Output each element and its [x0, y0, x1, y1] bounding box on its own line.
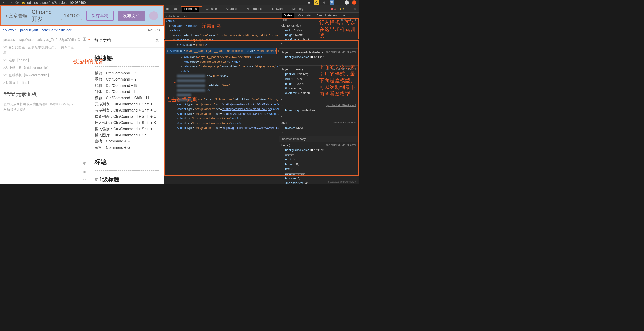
tab-performance[interactable]: Performance — [244, 6, 265, 12]
scroll-sync-icon[interactable]: ⊕ — [83, 160, 86, 166]
styles-more-icon[interactable]: ≫ — [342, 14, 345, 17]
user-avatar[interactable] — [149, 11, 158, 20]
style-rule[interactable]: * {app.chunk.d…3447b.css:1 box-sizing: b… — [279, 102, 358, 119]
headings-heading: 标题 — [94, 158, 159, 166]
browser-toolbar: ← → ⟳ 🔒 editor.csdn.net/md?articleId=104… — [0, 0, 358, 5]
watermark: https://wudibo.blog.csdn.net — [328, 180, 357, 183]
tab-elements[interactable]: Elements — [182, 6, 198, 12]
reload-icon[interactable]: ⟳ — [16, 0, 18, 5]
publish-button[interactable]: 发布文章 — [118, 10, 145, 21]
h1-demo: # 1级标题 — [94, 176, 159, 183]
style-rule[interactable]: .layout__panel {app.chunk.d…3447b.css:1 … — [279, 66, 358, 102]
add-rule-icon[interactable]: + — [354, 18, 356, 22]
preview-icon[interactable]: ▭ — [82, 46, 86, 51]
dom-tree[interactable]: <!doctype html> <html> ▸<head>…</head> ▾… — [164, 13, 279, 184]
save-draft-button[interactable]: 保存草稿 — [86, 10, 114, 21]
tab-computed[interactable]: Computed — [298, 14, 312, 17]
ext-translate-icon[interactable]: 译 — [330, 0, 334, 5]
editor-icon-column: ◫ ▭ ⊕ ≡ ⛶ — [80, 34, 89, 184]
word-count: 14/100 — [61, 12, 82, 20]
shortcut-list: 撤销：Ctrl/Command + Z 重做：Ctrl/Command + Y … — [94, 70, 159, 151]
warning-count[interactable]: ▲ 6 — [339, 7, 344, 10]
inherited-label: Inherited from body — [279, 136, 358, 142]
article-title-input[interactable]: Chrome 开发 — [32, 9, 57, 23]
help-panel: 帮助文档 ✕ 快捷键 撤销：Ctrl/Command + Z 重做：Ctrl/C… — [89, 34, 164, 184]
divider — [94, 66, 159, 67]
tab-network[interactable]: Network — [270, 6, 286, 12]
ext-more-icon[interactable]: ⋮ — [337, 0, 341, 5]
close-icon[interactable]: ✕ — [155, 38, 159, 44]
tooltip-dimensions: 626 × 56 — [148, 28, 161, 32]
devtools-panel: ▣ ▭ Elements Console Sources Performance… — [164, 5, 358, 184]
help-title: 帮助文档 — [94, 38, 111, 44]
editor-header: ‹ 文章管理 Chrome 开发 14/100 保存草稿 发布文章 — [0, 5, 164, 26]
tab-styles[interactable]: Styles — [282, 13, 294, 18]
split-view-icon[interactable]: ◫ — [82, 36, 86, 41]
hov-toggle[interactable]: :hov — [340, 18, 346, 22]
style-rule[interactable]: body {app.chunk.d…3447b.css:1 background… — [279, 142, 358, 184]
tab-event-listeners[interactable]: Event Listeners — [316, 14, 338, 17]
tab-sources[interactable]: Sources — [224, 6, 239, 12]
chevron-left-icon: ‹ — [6, 13, 7, 18]
profile-avatar-icon[interactable] — [344, 0, 349, 5]
cls-toggle[interactable]: .cls — [348, 18, 352, 22]
ext-icon-1[interactable]: G — [314, 0, 319, 5]
tabs-more-icon[interactable]: ⋯ — [310, 6, 317, 12]
star-icon[interactable]: ★ — [307, 0, 311, 5]
back-to-articles[interactable]: ‹ 文章管理 — [6, 13, 28, 19]
style-rule[interactable]: .layout__panel--articletitle-bar {app.ch… — [279, 48, 358, 66]
forward-icon[interactable]: → — [9, 0, 13, 5]
inspect-icon[interactable]: ▣ — [166, 7, 169, 10]
tab-console[interactable]: Console — [204, 6, 219, 12]
ext-react-icon[interactable]: ⚛ — [322, 0, 326, 5]
device-toolbar-icon[interactable]: ▭ — [174, 7, 177, 10]
shortcuts-heading: 快捷键 — [94, 54, 159, 62]
styles-filter-input[interactable]: Filter — [282, 18, 288, 22]
error-count[interactable]: ✖ 3 — [331, 7, 336, 10]
element-tooltip: div.layout__panel.layout__panel--article… — [0, 26, 164, 34]
styles-panel: Styles Computed Event Listeners ≫ Filter… — [279, 13, 358, 184]
devtools-tabs: ▣ ▭ Elements Console Sources Performance… — [164, 5, 358, 13]
tooltip-selector: div.layout__panel.layout__panel--article… — [3, 28, 71, 32]
divider — [94, 170, 159, 171]
style-rule[interactable]: element.style { width: 100%; height: 56p… — [279, 22, 358, 48]
style-rule[interactable]: div {user agent stylesheet display: bloc… — [279, 119, 358, 136]
ext-orange-icon[interactable] — [352, 0, 356, 5]
back-icon[interactable]: ← — [2, 0, 6, 5]
toc-icon[interactable]: ≡ — [83, 170, 86, 175]
close-devtools-icon[interactable]: ✕ — [354, 7, 356, 10]
settings-icon[interactable]: ⋮ — [347, 7, 350, 10]
selected-dom-node[interactable]: ▸<div class="layout__panel layout__panel… — [166, 48, 277, 54]
url-text[interactable]: editor.csdn.net/md?articleId=104036490 — [27, 1, 86, 4]
tab-memory[interactable]: Memory — [290, 6, 305, 12]
markdown-source-pane[interactable]: process=image/watermark,type_ZmFuZ3poZW5… — [0, 34, 80, 184]
lock-icon: 🔒 — [21, 1, 25, 4]
fullscreen-icon[interactable]: ⛶ — [82, 179, 86, 184]
